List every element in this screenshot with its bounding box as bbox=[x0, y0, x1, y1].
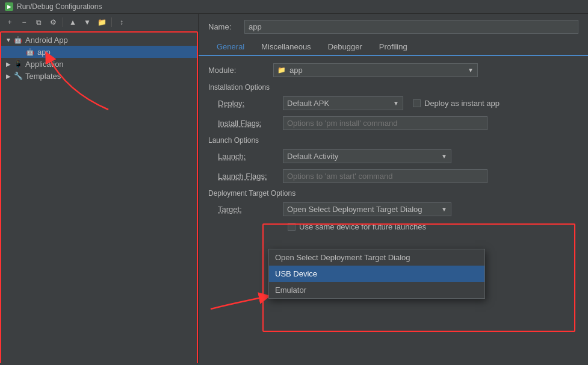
instant-app-container: Deploy as instant app bbox=[413, 99, 500, 108]
edit-config-button[interactable]: ⚙ bbox=[47, 16, 59, 28]
use-same-container: Use same device for future launches bbox=[288, 222, 426, 231]
deploy-dropdown-arrow: ▼ bbox=[393, 100, 399, 107]
install-flags-input[interactable] bbox=[283, 116, 487, 130]
dropdown-item-usb-device[interactable]: USB Device bbox=[269, 266, 484, 282]
module-row: Module: 📁 app ▼ bbox=[208, 63, 578, 77]
deploy-row: Deploy: Default APK ▼ Deploy as instant … bbox=[218, 96, 578, 110]
tab-general[interactable]: General bbox=[208, 39, 253, 56]
tree-label-templates: Templates bbox=[25, 72, 61, 81]
launch-value: Default Activity bbox=[287, 152, 338, 161]
folder-button[interactable]: 📁 bbox=[96, 16, 108, 28]
launch-dropdown-arrow: ▼ bbox=[441, 153, 447, 160]
name-row: Name: bbox=[199, 14, 588, 39]
instant-app-label: Deploy as instant app bbox=[424, 99, 500, 108]
tabs-row: General Miscellaneous Debugger Profiling bbox=[199, 39, 588, 56]
launch-options-title: Launch Options bbox=[208, 136, 578, 145]
templates-icon: 🔧 bbox=[13, 71, 23, 81]
tab-profiling[interactable]: Profiling bbox=[371, 39, 416, 56]
tree-item-android-app[interactable]: ▼ 🤖 Android App bbox=[0, 34, 198, 46]
use-same-label: Use same device for future launches bbox=[299, 222, 426, 231]
left-toolbar: + − ⧉ ⚙ ▲ ▼ 📁 ↕ bbox=[0, 14, 198, 31]
app-icon: 🤖 bbox=[25, 47, 35, 57]
copy-config-button[interactable]: ⧉ bbox=[32, 16, 45, 28]
module-value: app bbox=[289, 66, 303, 75]
tree-item-app[interactable]: 🤖 app bbox=[0, 46, 198, 58]
deploy-select[interactable]: Default APK ▼ bbox=[283, 96, 403, 110]
tree-label-application: Application bbox=[25, 60, 64, 69]
title-bar-text: Run/Debug Configurations bbox=[17, 2, 102, 11]
use-same-row: Use same device for future launches bbox=[218, 222, 578, 231]
dropdown-item-emulator[interactable]: Emulator bbox=[269, 282, 484, 298]
launch-select[interactable]: Default Activity ▼ bbox=[283, 149, 451, 163]
deploy-label: Deploy: bbox=[218, 99, 278, 108]
launch-row: Launch: Default Activity ▼ bbox=[218, 149, 578, 163]
dropdown-arrow-annotation bbox=[199, 285, 277, 321]
sort-button[interactable]: ↕ bbox=[116, 16, 128, 28]
android-app-icon: 🤖 bbox=[13, 35, 23, 45]
toolbar-separator bbox=[63, 17, 63, 27]
title-bar: ▶ Run/Debug Configurations bbox=[0, 0, 588, 14]
add-config-button[interactable]: + bbox=[4, 16, 16, 28]
module-select[interactable]: 📁 app ▼ bbox=[273, 63, 478, 77]
launch-flags-label: Launch Flags: bbox=[218, 172, 278, 181]
module-label: Module: bbox=[208, 66, 268, 75]
tab-debugger[interactable]: Debugger bbox=[320, 39, 371, 56]
deploy-value: Default APK bbox=[287, 99, 329, 108]
tree-item-templates[interactable]: ▶ 🔧 Templates bbox=[0, 70, 198, 82]
launch-label: Launch: bbox=[218, 152, 278, 161]
target-dropdown-menu: Open Select Deployment Target Dialog USB… bbox=[268, 249, 485, 299]
use-same-checkbox[interactable] bbox=[288, 223, 296, 231]
move-up-button[interactable]: ▲ bbox=[67, 16, 79, 28]
module-folder-icon: 📁 bbox=[277, 66, 286, 74]
target-row: Target: Open Select Deployment Target Di… bbox=[218, 202, 578, 216]
deployment-target-title: Deployment Target Options bbox=[208, 189, 578, 198]
launch-flags-input[interactable] bbox=[283, 169, 487, 183]
tree-label-app: app bbox=[37, 48, 51, 57]
module-dropdown-arrow: ▼ bbox=[468, 67, 474, 73]
install-flags-row: Install Flags: bbox=[218, 116, 578, 130]
left-panel: + − ⧉ ⚙ ▲ ▼ 📁 ↕ ▼ 🤖 Android App 🤖 app bbox=[0, 14, 199, 363]
name-input[interactable] bbox=[244, 20, 578, 34]
dropdown-item-open-select[interactable]: Open Select Deployment Target Dialog bbox=[269, 249, 484, 266]
remove-config-button[interactable]: − bbox=[18, 16, 30, 28]
application-icon: 📱 bbox=[13, 59, 23, 69]
installation-options-title: Installation Options bbox=[208, 83, 578, 92]
tab-miscellaneous[interactable]: Miscellaneous bbox=[253, 39, 319, 56]
content-area: Module: 📁 app ▼ Installation Options Dep… bbox=[199, 56, 588, 363]
tree-arrow-application: ▶ bbox=[5, 60, 12, 67]
tree-item-application[interactable]: ▶ 📱 Application bbox=[0, 58, 198, 70]
target-dropdown-arrow: ▼ bbox=[441, 206, 447, 213]
tree-label-android-app: Android App bbox=[25, 36, 68, 45]
title-bar-icon: ▶ bbox=[5, 2, 13, 11]
instant-app-checkbox[interactable] bbox=[413, 99, 421, 107]
right-panel: Name: General Miscellaneous Debugger Pro… bbox=[199, 14, 588, 363]
tree-arrow-app bbox=[17, 48, 24, 55]
toolbar-separator-2 bbox=[111, 17, 112, 27]
tree-arrow-templates: ▶ bbox=[5, 72, 12, 80]
name-label: Name: bbox=[208, 22, 238, 31]
launch-flags-row: Launch Flags: bbox=[218, 169, 578, 183]
target-label: Target: bbox=[218, 205, 278, 214]
target-value: Open Select Deployment Target Dialog bbox=[287, 205, 422, 214]
move-down-button[interactable]: ▼ bbox=[81, 16, 93, 28]
install-flags-label: Install Flags: bbox=[218, 119, 278, 128]
target-select[interactable]: Open Select Deployment Target Dialog ▼ bbox=[283, 202, 451, 216]
tree-container: ▼ 🤖 Android App 🤖 app ▶ 📱 Application ▶ … bbox=[0, 31, 198, 363]
tree-arrow-android-app: ▼ bbox=[5, 36, 12, 43]
